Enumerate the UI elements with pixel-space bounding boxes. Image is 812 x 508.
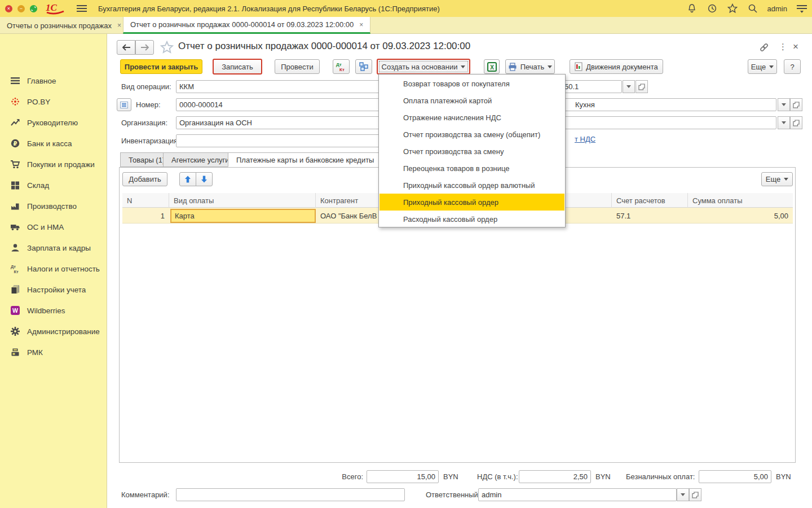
number-field[interactable]: 0000-000014 xyxy=(176,98,391,111)
menu-item-retail-revaluation[interactable]: Переоценка товаров в рознице xyxy=(379,160,564,177)
svg-text:Дт: Дт xyxy=(336,62,342,67)
more-dots-icon[interactable]: ⋮ xyxy=(779,42,787,52)
total-field[interactable]: 15,00 xyxy=(367,470,439,483)
document-movements-button[interactable]: Движения документа xyxy=(570,59,663,74)
sidebar-item-purchases-sales[interactable]: Покупки и продажи xyxy=(0,156,107,172)
toolbar-more-button[interactable]: Еще xyxy=(748,59,777,74)
menu-item-cash-receipt-currency[interactable]: Приходный кассовый ордер валютный xyxy=(379,177,564,194)
svg-text:Кт: Кт xyxy=(339,67,345,72)
post-button[interactable]: Провести xyxy=(275,59,320,74)
cell-amount[interactable]: 5,00 xyxy=(688,208,793,224)
column-header-account[interactable]: Счет расчетов xyxy=(612,193,688,208)
column-header-amount[interactable]: Сумма оплаты xyxy=(688,193,793,208)
menu-item-return-from-buyer[interactable]: Возврат товаров от покупателя xyxy=(379,75,564,92)
sidebar-item-main[interactable]: Главное xyxy=(0,73,107,89)
operation-type-field[interactable]: ККМ xyxy=(176,80,391,93)
vat-total-field[interactable]: 2,50 xyxy=(519,470,591,483)
menu-item-shift-production[interactable]: Отчет производства за смену xyxy=(379,143,564,160)
menu-item-cash-expense-order[interactable]: Расходный кассовый ордер xyxy=(379,211,564,227)
factory-icon xyxy=(10,201,20,211)
vat-link[interactable]: т НДС xyxy=(575,135,595,143)
responsible-open-icon[interactable] xyxy=(689,488,701,501)
current-user[interactable]: admin xyxy=(767,5,787,13)
menu-item-card-payment[interactable]: Оплата платежной картой xyxy=(379,92,564,109)
sidebar-item-salary-hr[interactable]: Зарплата и кадры xyxy=(0,240,107,256)
window-minimize-icon[interactable]: − xyxy=(17,5,25,12)
inventory-field[interactable] xyxy=(176,134,391,147)
add-row-button[interactable]: Добавить xyxy=(122,172,167,186)
warehouse-dropdown-icon[interactable] xyxy=(778,98,790,111)
tab-agent-services[interactable]: Агентские услуги xyxy=(163,152,238,167)
vat-total-label: НДС (в т.ч.): xyxy=(477,470,518,483)
number-settings-button[interactable] xyxy=(117,98,131,111)
excel-export-button[interactable]: X xyxy=(484,59,500,74)
grid-more-button[interactable]: Еще xyxy=(761,172,793,186)
sidebar-item-production[interactable]: Производство xyxy=(0,198,107,214)
cash-account-open-icon[interactable] xyxy=(636,80,648,93)
svg-text:₽: ₽ xyxy=(14,141,17,147)
notifications-bell-icon[interactable] xyxy=(686,3,698,14)
sidebar-item-accounting-settings[interactable]: Настройки учета xyxy=(0,282,107,297)
sidebar-item-administration[interactable]: Администрирование xyxy=(0,323,107,339)
sidebar-item-label: Руководителю xyxy=(27,119,78,127)
sidebar-item-fixed-assets[interactable]: ОС и НМА xyxy=(0,219,107,235)
forward-button[interactable] xyxy=(135,40,154,55)
back-button[interactable] xyxy=(117,40,135,55)
window-zoom-icon[interactable] xyxy=(30,5,37,12)
tab-close-icon[interactable]: × xyxy=(117,21,121,29)
move-up-button[interactable] xyxy=(179,172,196,186)
cell-n[interactable]: 1 xyxy=(122,208,169,224)
tabbar: Отчеты о розничных продажах × Отчет о ро… xyxy=(0,17,812,34)
column-header-payment-type[interactable]: Вид оплаты xyxy=(169,193,316,208)
post-and-close-button[interactable]: Провести и закрыть xyxy=(120,59,202,74)
menu-item-cash-receipt-order[interactable]: Приходный кассовый ордер xyxy=(379,194,564,211)
warehouse-field[interactable]: Кухня xyxy=(530,98,776,111)
window-close-icon[interactable]: × xyxy=(5,5,12,12)
move-down-button[interactable] xyxy=(196,172,213,186)
vat-total-currency: BYN xyxy=(595,470,611,483)
column-header-n[interactable]: N xyxy=(122,193,169,208)
sidebar-item-po-by[interactable]: PO.BY xyxy=(0,94,107,110)
sidebar-item-bank-cash[interactable]: ₽ Банк и касса xyxy=(0,135,107,151)
responsible-label: Ответственный: xyxy=(426,488,480,501)
sidebar-item-rmk[interactable]: РМК xyxy=(0,344,107,360)
favorites-star-icon[interactable] xyxy=(727,3,738,14)
dt-kt-postings-button[interactable]: ДтКт xyxy=(333,59,350,74)
right-empty-open-icon[interactable] xyxy=(790,116,802,129)
history-icon[interactable] xyxy=(707,3,718,14)
cashless-field[interactable]: 5,00 xyxy=(699,470,771,483)
sidebar-item-manager[interactable]: Руководителю xyxy=(0,115,107,130)
sidebar-item-wildberries[interactable]: W Wildberries xyxy=(0,303,107,318)
get-link-icon[interactable] xyxy=(758,42,770,52)
structure-button[interactable] xyxy=(355,59,372,74)
organization-field[interactable]: Организация на ОСН xyxy=(176,116,391,129)
favorite-star-icon[interactable] xyxy=(160,41,174,54)
cash-account-dropdown-icon[interactable] xyxy=(623,80,635,93)
create-based-on-button[interactable]: Создать на основании xyxy=(377,59,470,75)
tab-payment-cards[interactable]: Платежные карты и банковские кредиты xyxy=(228,152,382,167)
menu-item-vat-accrual[interactable]: Отражение начисления НДС xyxy=(379,109,564,126)
right-empty-dropdown-icon[interactable] xyxy=(778,116,790,129)
tab-close-icon[interactable]: × xyxy=(359,21,363,29)
user-menu-icon[interactable] xyxy=(796,3,807,14)
document-close-icon[interactable]: × xyxy=(793,41,798,52)
print-button[interactable]: Печать xyxy=(505,59,555,74)
help-button[interactable]: ? xyxy=(784,59,801,74)
save-button[interactable]: Записать xyxy=(213,59,262,75)
search-icon[interactable] xyxy=(747,3,758,14)
tab-retail-sales-document[interactable]: Отчет о розничных продажах 0000-000014 о… xyxy=(123,17,370,34)
sidebar-item-taxes-reports[interactable]: ДтКт Налоги и отчетность xyxy=(0,261,107,277)
main-menu-icon[interactable] xyxy=(77,5,87,12)
warehouse-open-icon[interactable] xyxy=(790,98,802,111)
cell-payment-type-selected[interactable]: Карта xyxy=(170,209,316,223)
right-empty-field[interactable] xyxy=(530,116,776,129)
tab-label: Отчет о розничных продажах 0000-000014 о… xyxy=(130,20,354,29)
responsible-field[interactable]: admin xyxy=(478,488,677,501)
sidebar-item-warehouse[interactable]: Склад xyxy=(0,177,107,193)
menu-item-shift-production-catering[interactable]: Отчет производства за смену (общепит) xyxy=(379,126,564,143)
cell-account[interactable]: 57.1 xyxy=(612,208,688,224)
tab-retail-sales-list[interactable]: Отчеты о розничных продажах × xyxy=(0,17,129,34)
cash-account-field[interactable]: 50.1 xyxy=(561,80,622,93)
responsible-dropdown-icon[interactable] xyxy=(677,488,689,501)
comment-field[interactable] xyxy=(176,488,405,501)
